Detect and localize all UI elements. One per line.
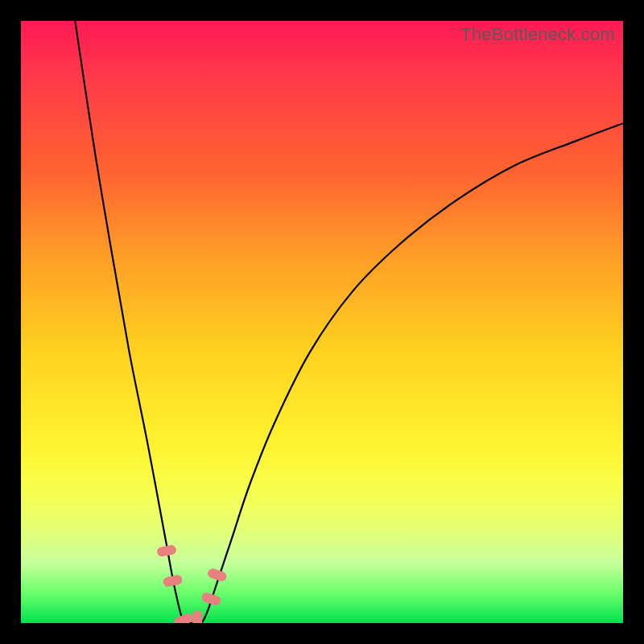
curve-marker — [192, 610, 202, 623]
watermark-text: TheBottleneck.com — [460, 24, 615, 45]
chart-frame: TheBottleneck.com — [0, 0, 644, 644]
curve-marker — [173, 612, 195, 623]
bottleneck-curve — [75, 21, 623, 623]
curve-marker — [156, 544, 177, 557]
plot-area: TheBottleneck.com — [21, 21, 623, 623]
bottleneck-chart — [21, 21, 623, 623]
curve-marker — [200, 592, 222, 607]
curve-marker — [163, 574, 184, 588]
